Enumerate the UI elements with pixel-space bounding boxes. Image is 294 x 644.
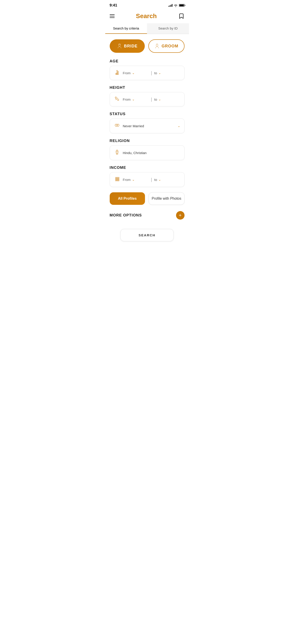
profile-buttons: All Profiles Profile with Photos — [110, 192, 185, 205]
status-label: STATUS — [110, 112, 185, 116]
search-btn-container: SEARCH — [110, 227, 185, 248]
income-field-card[interactable]: From ⌄ | to ⌄ — [110, 172, 185, 187]
plus-icon: + — [179, 213, 182, 218]
age-from-chevron: ⌄ — [132, 71, 135, 75]
svg-point-14 — [115, 179, 116, 180]
signal-icon — [168, 4, 172, 7]
gender-buttons: BRIDE GROOM — [110, 39, 185, 53]
bride-label: BRIDE — [124, 44, 138, 48]
bookmark-button[interactable] — [178, 13, 185, 19]
groom-label: GROOM — [162, 44, 178, 48]
height-range: From ⌄ | to ⌄ — [123, 97, 180, 102]
svg-point-16 — [118, 177, 119, 178]
svg-point-15 — [117, 179, 118, 180]
svg-point-1 — [156, 44, 158, 46]
height-field-card[interactable]: From ⌄ | to ⌄ — [110, 92, 185, 106]
income-from-dropdown[interactable]: From ⌄ — [123, 178, 149, 182]
groom-button[interactable]: GROOM — [148, 39, 185, 53]
wifi-icon — [174, 4, 178, 7]
status-icons — [168, 4, 185, 7]
svg-point-17 — [118, 179, 119, 180]
add-more-options-button[interactable]: + — [176, 211, 185, 220]
income-section: INCOME From ⌄ — [110, 166, 185, 187]
age-range-divider: | — [151, 70, 152, 76]
height-label: HEIGHT — [110, 86, 185, 90]
bride-icon — [117, 44, 122, 49]
religion-value: Hindu, Christian — [123, 151, 180, 155]
age-to-dropdown[interactable]: to ⌄ — [154, 71, 180, 75]
income-range-divider: | — [151, 177, 152, 182]
status-value: Never Married — [123, 124, 175, 128]
height-icon — [114, 96, 120, 103]
religion-section: RELIGION Hindu, Christian — [110, 139, 185, 160]
height-section: HEIGHT From ⌄ | to ⌄ — [110, 86, 185, 106]
status-icon — [114, 122, 120, 130]
hamburger-menu-button[interactable] — [110, 14, 115, 18]
all-profiles-button[interactable]: All Profiles — [110, 192, 145, 205]
groom-icon — [154, 44, 160, 49]
profile-with-photos-button[interactable]: Profile with Photos — [149, 192, 185, 205]
religion-label: RELIGION — [110, 139, 185, 143]
height-to-dropdown[interactable]: to ⌄ — [154, 98, 180, 101]
age-from-dropdown[interactable]: From ⌄ — [123, 71, 149, 75]
height-range-divider: | — [151, 97, 152, 102]
income-to-dropdown[interactable]: to ⌄ — [154, 178, 180, 182]
tab-search-by-criteria[interactable]: Search by criteria — [105, 23, 147, 34]
battery-icon — [179, 4, 185, 7]
more-options-label: MORE OPTIONS — [110, 213, 142, 218]
svg-point-5 — [116, 70, 117, 72]
income-from-chevron: ⌄ — [132, 178, 135, 181]
income-to-chevron: ⌄ — [158, 178, 161, 181]
status-time: 9:41 — [110, 3, 117, 8]
income-icon — [114, 176, 120, 183]
age-to-chevron: ⌄ — [158, 71, 161, 75]
svg-point-18 — [115, 180, 116, 181]
income-range: From ⌄ | to ⌄ — [123, 177, 180, 182]
age-section: AGE From ⌄ | to ⌄ — [110, 59, 185, 80]
main-content: BRIDE GROOM AGE — [105, 34, 189, 253]
svg-point-12 — [115, 177, 116, 178]
income-label: INCOME — [110, 166, 185, 170]
svg-point-20 — [118, 180, 119, 181]
bride-button[interactable]: BRIDE — [110, 39, 145, 53]
header: Search — [105, 9, 189, 23]
search-button[interactable]: SEARCH — [120, 229, 173, 241]
svg-rect-6 — [115, 97, 119, 101]
age-label: AGE — [110, 59, 185, 64]
status-field-card[interactable]: Never Married ⌄ — [110, 118, 185, 133]
tab-search-by-id[interactable]: Search by ID — [147, 23, 189, 34]
age-icon — [114, 70, 120, 76]
religion-field-card[interactable]: Hindu, Christian — [110, 145, 185, 160]
height-from-chevron: ⌄ — [132, 98, 135, 101]
religion-icon — [114, 149, 120, 156]
svg-rect-4 — [118, 71, 118, 74]
status-section: STATUS Never Married ⌄ — [110, 112, 185, 133]
tabs-container: Search by criteria Search by ID — [105, 23, 189, 34]
page-title: Search — [136, 12, 157, 20]
svg-rect-2 — [116, 73, 116, 74]
height-from-dropdown[interactable]: From ⌄ — [123, 98, 149, 101]
status-chevron: ⌄ — [178, 124, 180, 128]
more-options-section: MORE OPTIONS + — [110, 211, 185, 220]
height-to-chevron: ⌄ — [158, 98, 161, 101]
svg-rect-3 — [117, 72, 117, 74]
age-field-card[interactable]: From ⌄ | to ⌄ — [110, 66, 185, 80]
age-range: From ⌄ | to ⌄ — [123, 70, 180, 76]
svg-point-13 — [117, 177, 118, 178]
svg-point-19 — [117, 180, 118, 181]
status-bar: 9:41 — [105, 0, 189, 9]
